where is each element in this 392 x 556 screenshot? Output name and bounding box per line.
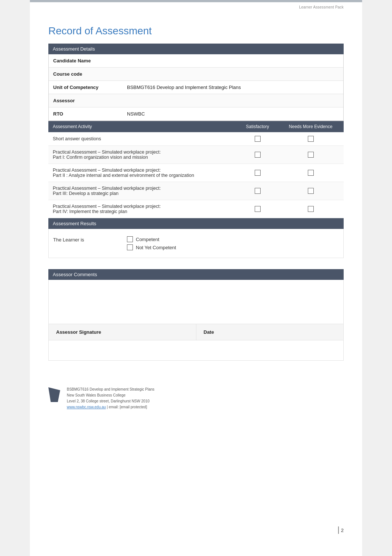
checkbox-icon[interactable] [308,206,314,212]
rto-value: NSWBC [123,107,343,120]
footer-text: BSBMGT616 Develop and Implement Strategi… [67,387,154,410]
checkbox-icon[interactable] [255,206,261,212]
activity-text: Short answer questions [48,132,237,146]
activity-table: Assessment Activity Satisfactory Needs M… [48,121,344,218]
checkbox-icon[interactable] [308,188,314,194]
assessor-comments-body[interactable] [48,280,344,324]
satisfactory-checkbox-4[interactable] [237,182,278,200]
page-number: 2 [341,528,344,533]
course-code-row: Course code [49,68,343,81]
page-num-divider [338,526,339,534]
footer-line2: New South Wales Business College [67,393,125,397]
assessment-results-section: Assessment Results The Learner is Compet… [48,218,344,258]
not-yet-competent-option[interactable]: Not Yet Competent [127,244,176,250]
activity-text: Practical Assessment – Simulated workpla… [48,164,237,182]
needs-more-checkbox-5[interactable] [278,200,344,218]
candidate-name-label: Candidate Name [49,54,123,67]
unit-of-competency-value: BSBMGT616 Develop and Implement Strategi… [123,81,343,94]
checkbox-icon[interactable] [308,152,314,158]
not-yet-competent-label: Not Yet Competent [136,245,176,250]
activity-text: Practical Assessment – Simulated workpla… [48,200,237,218]
footer-line4-suffix: | email: [email protected] [106,405,147,409]
assessment-details-section: Assessment Details Candidate Name Course… [48,44,344,121]
checkbox-icon[interactable] [255,136,261,142]
activity-table-section: Assessment Activity Satisfactory Needs M… [48,121,344,218]
table-row: Practical Assessment – Simulated workpla… [48,164,344,182]
assessment-results-body: The Learner is Competent Not Yet Compete… [48,229,344,258]
competent-option[interactable]: Competent [127,236,176,242]
satisfactory-checkbox-2[interactable] [237,146,278,164]
course-code-value[interactable] [123,68,343,80]
checkbox-icon[interactable] [255,170,261,176]
learner-is-label: The Learner is [53,236,127,243]
table-row: Practical Assessment – Simulated workpla… [48,182,344,200]
top-bar [30,0,362,2]
assessor-row: Assessor [49,94,343,107]
footer-line3: Level 2, 38 College street, Darlinghurst… [67,399,149,403]
signature-row: Assessor Signature Date [48,324,344,340]
activity-text: Practical Assessment – Simulated workpla… [48,182,237,200]
footer: BSBMGT616 Develop and Implement Strategi… [48,383,344,410]
assessor-comments-header: Assessor Comments [48,269,344,280]
checkbox-icon[interactable] [308,170,314,176]
needs-more-checkbox-2[interactable] [278,146,344,164]
checkbox-icon[interactable] [255,188,261,194]
not-yet-competent-checkbox[interactable] [127,244,133,250]
competent-label: Competent [136,237,159,242]
col-needs-more: Needs More Evidence [278,121,344,132]
assessor-label: Assessor [49,94,123,107]
date-label: Date [196,324,344,340]
college-logo-icon [48,387,60,402]
col-satisfactory: Satisfactory [237,121,278,132]
satisfactory-checkbox-1[interactable] [237,132,278,146]
competency-options: Competent Not Yet Competent [127,236,176,250]
rto-row: RTO NSWBC [49,107,343,121]
footer-link[interactable]: www.nswbc.nsw.edu.au [67,405,106,409]
table-row: Practical Assessment – Simulated workpla… [48,200,344,218]
signature-value-area[interactable] [48,340,344,361]
unit-of-competency-label: Unit of Competency [49,81,123,94]
page-title: Record of Assessment [48,25,344,37]
table-row: Short answer questions [48,132,344,146]
checkbox-icon[interactable] [308,136,314,142]
competent-checkbox[interactable] [127,236,133,242]
course-code-label: Course code [49,68,123,80]
needs-more-checkbox-3[interactable] [278,164,344,182]
candidate-name-value[interactable] [123,54,343,67]
satisfactory-checkbox-5[interactable] [237,200,278,218]
satisfactory-checkbox-3[interactable] [237,164,278,182]
table-row: Practical Assessment – Simulated workpla… [48,146,344,164]
checkbox-icon[interactable] [255,152,261,158]
activity-text: Practical Assessment – Simulated workpla… [48,146,237,164]
page-number-bar: 2 [338,526,344,534]
assessor-signature-label: Assessor Signature [49,324,196,340]
assessment-details-header: Assessment Details [48,44,344,54]
needs-more-checkbox-4[interactable] [278,182,344,200]
candidate-name-row: Candidate Name [49,54,343,68]
assessor-comments-section: Assessor Comments Assessor Signature Dat… [48,269,344,361]
rto-label: RTO [49,107,123,120]
needs-more-checkbox-1[interactable] [278,132,344,146]
col-activity: Assessment Activity [48,121,237,132]
footer-line1: BSBMGT616 Develop and Implement Strategi… [67,387,154,391]
assessment-results-header: Assessment Results [48,218,344,229]
unit-of-competency-row: Unit of Competency BSBMGT616 Develop and… [49,81,343,94]
assessor-value[interactable] [123,94,343,107]
header-label: Learner Assessment Pack [299,5,344,9]
